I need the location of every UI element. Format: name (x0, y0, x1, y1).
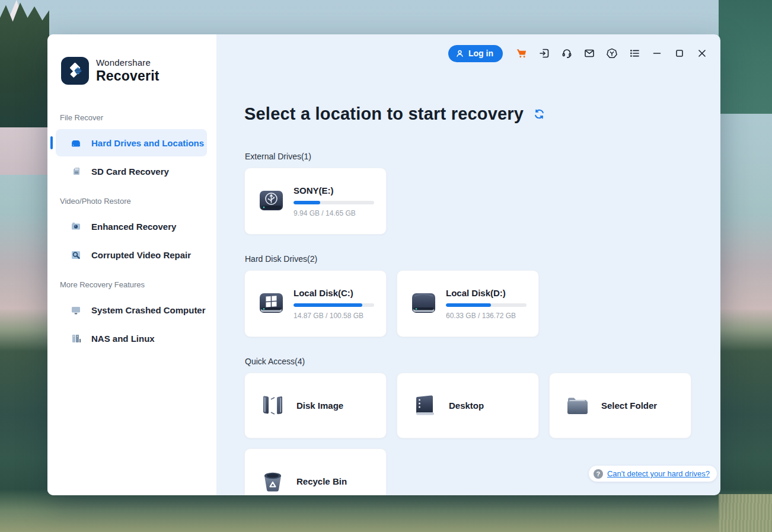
app-window: Wondershare Recoverit File Recover Hard … (47, 34, 720, 495)
product-box-icon[interactable] (605, 47, 618, 60)
section-label-external-drives: External Drives(1) (245, 152, 720, 161)
wallpaper-trees-left (0, 0, 49, 127)
usb-drive-icon (257, 187, 285, 215)
drive-name: Local Disk(C:) (294, 288, 375, 298)
sidebar-item-label: Enhanced Recovery (91, 222, 176, 232)
user-icon (455, 49, 464, 58)
headset-support-icon[interactable] (560, 47, 573, 60)
quick-label: Recycle Bin (296, 476, 347, 486)
sidebar-item-hard-drives-and-locations[interactable]: Hard Drives and Locations (56, 129, 207, 156)
sidebar-item-sd-card-recovery[interactable]: SD Card Recovery (56, 158, 207, 185)
sidebar-item-nas-and-linux[interactable]: NAS and Linux (56, 325, 207, 352)
drive-name: SONY(E:) (294, 185, 375, 196)
product-name: Recoverit (96, 68, 159, 84)
quick-card-recycle-bin[interactable]: Recycle Bin (244, 448, 387, 495)
nas-server-icon (69, 332, 82, 345)
sd-card-icon (69, 165, 82, 178)
close-icon[interactable] (696, 47, 708, 60)
sidebar: Wondershare Recoverit File Recover Hard … (47, 34, 216, 495)
app-logo: Wondershare Recoverit (47, 57, 216, 85)
hard-drive-icon (69, 136, 82, 149)
drive-capacity: 9.94 GB / 14.65 GB (294, 209, 375, 217)
windows-drive-icon (257, 290, 285, 318)
desktop-icon (411, 392, 439, 419)
disk-image-icon (259, 392, 286, 419)
sidebar-item-label: Corrupted Video Repair (91, 250, 191, 260)
nav-section-video-photo-restore: Video/Photo Restore (47, 186, 216, 211)
question-icon: ? (594, 469, 603, 479)
login-button-label: Log in (468, 49, 493, 58)
video-repair-icon (69, 248, 82, 261)
sidebar-item-system-crashed-computer[interactable]: System Crashed Computer (56, 296, 207, 323)
sidebar-nav: File Recover Hard Drives and Locations S… (47, 102, 216, 352)
page-title: Select a location to start recovery (244, 104, 524, 124)
section-label-hard-disk-drives: Hard Disk Drives(2) (245, 254, 720, 264)
quick-label: Desktop (449, 400, 484, 411)
sidebar-item-label: System Crashed Computer (91, 305, 206, 315)
drive-capacity: 14.87 GB / 100.58 GB (294, 312, 375, 320)
list-menu-icon[interactable] (628, 47, 640, 60)
drive-capacity: 60.33 GB / 136.72 GB (446, 312, 528, 320)
login-button[interactable]: Log in (448, 45, 503, 62)
quick-label: Disk Image (296, 400, 343, 411)
quick-card-disk-image[interactable]: Disk Image (244, 373, 387, 438)
window-titlebar: Log in (216, 34, 720, 60)
cant-detect-drives-link[interactable]: Can't detect your hard drives? (607, 469, 710, 478)
drive-name: Local Disk(D:) (446, 288, 528, 298)
capacity-bar (294, 201, 374, 204)
sign-in-icon[interactable] (538, 47, 550, 60)
brand-name: Wondershare (96, 57, 159, 68)
nav-section-more-recovery-features: More Recovery Features (47, 270, 216, 295)
refresh-icon[interactable] (532, 108, 545, 121)
quick-card-desktop[interactable]: Desktop (397, 373, 539, 438)
help-link-pill[interactable]: ? Can't detect your hard drives? (589, 466, 717, 482)
sidebar-item-corrupted-video-repair[interactable]: Corrupted Video Repair (56, 241, 207, 268)
shopping-cart-icon[interactable] (515, 47, 528, 60)
drive-card-local-disk-d[interactable]: Local Disk(D:) 60.33 GB / 136.72 GB (397, 270, 539, 337)
hard-disk-icon (410, 290, 438, 318)
capacity-bar (446, 303, 527, 307)
mail-feedback-icon[interactable] (583, 47, 595, 60)
crashed-computer-icon (69, 303, 82, 316)
recoverit-logo-icon (61, 57, 89, 85)
wallpaper-lake-right (719, 0, 772, 114)
sidebar-item-label: Hard Drives and Locations (91, 138, 204, 148)
sidebar-item-label: SD Card Recovery (91, 166, 169, 177)
drive-card-sony-e[interactable]: SONY(E:) 9.94 GB / 14.65 GB (244, 168, 387, 235)
quick-label: Select Folder (601, 400, 657, 411)
recycle-bin-icon (259, 468, 286, 495)
sidebar-item-enhanced-recovery[interactable]: Enhanced Recovery (56, 213, 207, 240)
wallpaper-grass-right (719, 494, 772, 532)
nav-section-file-recover: File Recover (47, 102, 216, 128)
main-content: Log in (216, 34, 720, 495)
quick-card-select-folder[interactable]: Select Folder (549, 373, 691, 438)
camera-icon (69, 220, 82, 233)
minimize-icon[interactable] (650, 47, 663, 60)
capacity-bar (294, 303, 374, 307)
section-label-quick-access: Quick Access(4) (245, 357, 720, 366)
folder-icon (564, 392, 591, 419)
sidebar-item-label: NAS and Linux (91, 334, 155, 344)
maximize-icon[interactable] (673, 47, 685, 60)
drive-card-local-disk-c[interactable]: Local Disk(C:) 14.87 GB / 100.58 GB (244, 270, 387, 337)
